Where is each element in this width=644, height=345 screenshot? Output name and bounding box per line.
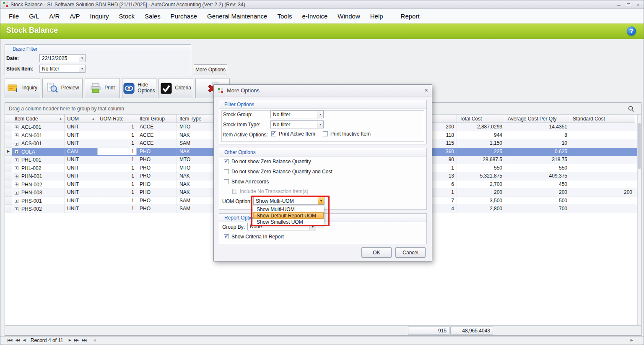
cell-uom[interactable]: UNIT (65, 139, 97, 148)
cell-item-type[interactable]: MTO (177, 164, 214, 172)
cell-item-type[interactable]: NAK (177, 148, 214, 156)
cell-item-type[interactable]: MTO (177, 123, 214, 131)
expand-icon[interactable] (15, 207, 18, 211)
cell-item-group[interactable]: ACCE (137, 139, 177, 148)
cell-uom[interactable]: UNIT (65, 180, 97, 189)
cell-item-group[interactable]: PHO (137, 156, 177, 164)
menu-item-tools[interactable]: Tools (272, 13, 297, 20)
menu-item-a-p[interactable]: A/P (65, 13, 85, 20)
cell-item-group[interactable]: PHO (137, 197, 177, 205)
cell-uom-rate[interactable]: 1 (97, 139, 137, 148)
cell-uom[interactable]: UNIT (65, 131, 97, 140)
cell-uom[interactable]: UNIT (65, 197, 97, 205)
cell-uom[interactable]: UNIT (65, 123, 97, 131)
cell-avg-cost[interactable]: 200 (505, 188, 570, 197)
close-window-button[interactable]: × (635, 2, 641, 8)
cell-avg-cost[interactable]: 550 (505, 164, 570, 172)
cell-uom[interactable]: UNIT (65, 164, 97, 172)
cell-std-cost[interactable] (570, 172, 635, 180)
column-header-item-group[interactable]: Item Group (137, 115, 177, 123)
cell-item-type[interactable]: SAM (177, 139, 214, 148)
cell-total-cost[interactable]: 550 (457, 164, 505, 172)
column-header-standard-cost[interactable]: Standard Cost (570, 115, 635, 123)
cell-total-cost[interactable]: 2,800 (457, 205, 505, 213)
cell-item-group[interactable]: PHO (137, 172, 177, 180)
cell-uom-rate[interactable]: 1 (97, 164, 137, 172)
cell-total-cost[interactable]: 200 (457, 188, 505, 197)
dropdown-item-show-smallest-uom[interactable]: Show Smallest UOM (253, 219, 324, 225)
cancel-button[interactable]: Cancel (395, 247, 426, 258)
more-options-button[interactable]: More Options (194, 64, 227, 75)
expand-icon[interactable] (15, 166, 18, 170)
cell-uom-rate[interactable]: 1 (97, 180, 137, 189)
cell-std-cost[interactable] (570, 197, 635, 205)
expand-icon[interactable] (15, 183, 18, 186)
preview-button[interactable]: Preview (42, 78, 83, 98)
column-header-uom[interactable]: UOM▲ (65, 115, 97, 123)
cell-uom-rate[interactable]: 1 (97, 188, 137, 197)
stock-group-input[interactable]: No filter ▼ (270, 110, 324, 118)
cell-item-code[interactable]: COLA (12, 148, 65, 156)
nav-first-button[interactable]: |◀◀ (5, 338, 13, 342)
cell-uom-rate[interactable]: 1 (97, 156, 137, 164)
dialog-close-icon[interactable]: × (425, 87, 428, 94)
menu-item-e-invoice[interactable]: e-Invoice (297, 13, 332, 20)
cell-uom[interactable]: CAN (65, 148, 97, 156)
expand-icon[interactable] (15, 199, 18, 203)
cell-item-code[interactable]: PHN-002 (12, 180, 65, 189)
search-icon[interactable] (628, 106, 634, 113)
no-zero-balance-qty-cost-checkbox[interactable]: Do not show Zero Balance Quantity and Co… (224, 169, 332, 175)
expand-icon[interactable] (15, 142, 18, 146)
cell-avg-cost[interactable]: 318.75 (505, 156, 570, 164)
cell-avg-cost[interactable]: 0.625 (505, 148, 570, 156)
print-inactive-item-checkbox[interactable]: Print Inactive Item (323, 131, 371, 137)
column-header-item-code[interactable]: Item Code▲ (12, 115, 65, 123)
help-icon[interactable]: ? (627, 26, 636, 36)
cell-avg-cost[interactable]: 500 (505, 197, 570, 205)
dropdown-item-show-default-report-uom[interactable]: Show Default Report UOM (253, 212, 324, 219)
cell-item-code[interactable]: ACS-001 (12, 139, 65, 148)
uom-option-input[interactable]: Show Multi-UOM ▼ (253, 197, 325, 205)
cell-total-cost[interactable]: 2,700 (457, 180, 505, 189)
show-criteria-checkbox[interactable]: Show Criteria In Report (224, 234, 284, 240)
expand-icon[interactable] (15, 150, 18, 154)
cell-item-group[interactable]: PHO (137, 188, 177, 197)
cell-item-code[interactable]: PHS-001 (12, 197, 65, 205)
vertical-scrollbar[interactable] (637, 115, 641, 325)
cell-item-type[interactable]: MTO (177, 156, 214, 164)
cell-avg-cost[interactable]: 10 (505, 139, 570, 148)
cell-std-cost[interactable] (570, 156, 635, 164)
print-active-item-checkbox[interactable]: Print Active Item (271, 131, 315, 137)
cell-std-cost[interactable] (570, 164, 635, 172)
column-header-total-cost[interactable]: Total Cost (457, 115, 505, 123)
show-all-records-checkbox[interactable]: Show All records (224, 179, 269, 185)
cell-total-cost[interactable]: 1,150 (457, 139, 505, 148)
cell-item-type[interactable]: NAK (177, 188, 214, 197)
stock-item-type-input[interactable]: No filter ▼ (270, 120, 324, 128)
cell-item-code[interactable]: PHN-001 (12, 172, 65, 180)
menu-item-stock[interactable]: Stock (114, 13, 140, 20)
menu-item-purchase[interactable]: Purchase (166, 13, 202, 20)
cell-total-cost[interactable]: 225 (457, 148, 505, 156)
cell-item-group[interactable]: ACCE (137, 123, 177, 131)
cell-uom-rate[interactable]: 1 (97, 172, 137, 180)
cell-uom[interactable]: UNIT (65, 188, 97, 197)
cell-uom-rate[interactable]: 1 (97, 205, 137, 213)
expand-icon[interactable] (15, 133, 18, 137)
restore-button[interactable] (626, 2, 631, 8)
cell-avg-cost[interactable]: 700 (505, 205, 570, 213)
cell-item-code[interactable]: PHL-002 (12, 164, 65, 172)
nav-last-button[interactable]: ▶▶| (80, 338, 88, 342)
column-header-average-cost-per-qty[interactable]: Average Cost Per Qty (505, 115, 570, 123)
cell-std-cost[interactable] (570, 131, 635, 140)
expand-icon[interactable] (15, 175, 18, 178)
cell-item-group[interactable]: ACCE (137, 131, 177, 140)
cell-item-group[interactable]: PHO (137, 164, 177, 172)
cell-total-cost[interactable]: 944 (457, 131, 505, 140)
cell-item-type[interactable]: NAK (177, 131, 214, 140)
no-zero-balance-qty-checkbox[interactable]: Do not show Zero Balance Quantity (224, 159, 311, 165)
cell-item-code[interactable]: PHS-002 (12, 205, 65, 213)
cell-uom-rate[interactable]: 1 (97, 197, 137, 205)
cell-total-cost[interactable]: 28,687.5 (457, 156, 505, 164)
cell-avg-cost[interactable]: 14.4351 (505, 123, 570, 131)
